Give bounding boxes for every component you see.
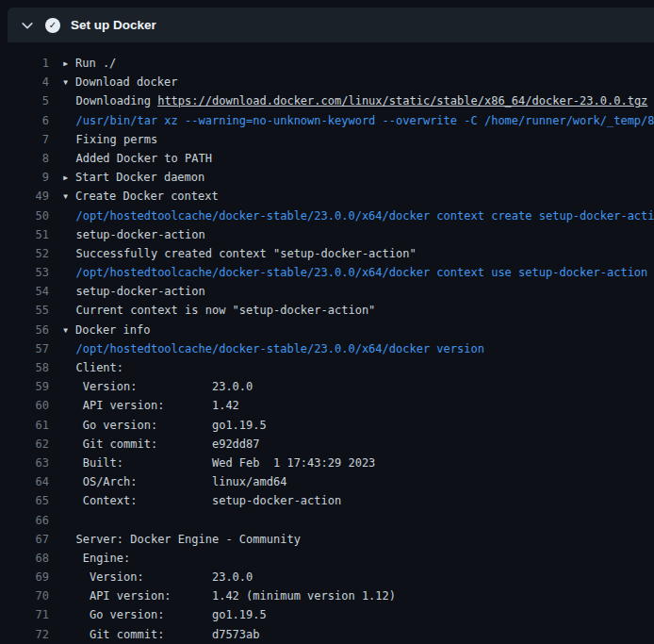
log-link[interactable]: https://download.docker.com/linux/static… <box>157 94 647 107</box>
step-header[interactable]: ✓ Set up Docker <box>8 8 654 42</box>
line-number[interactable]: 72 <box>0 625 49 644</box>
group-title-text: Docker info <box>75 323 150 337</box>
line-number[interactable]: 68 <box>0 549 49 568</box>
log-line: 72 Git commit: d7573ab <box>0 625 654 644</box>
log-text-value: Current context is now "setup-docker-act… <box>75 304 375 317</box>
line-number[interactable]: 55 <box>0 301 49 320</box>
group-expanded-icon[interactable]: ▾ <box>62 73 75 91</box>
log-text-value: Context: setup-docker-action <box>75 494 341 507</box>
group-title-text: Run ./ <box>75 57 116 70</box>
line-number[interactable]: 5 <box>0 91 49 110</box>
command-text-value: /opt/hostedtoolcache/docker-stable/23.0.… <box>75 209 654 223</box>
line-number[interactable]: 59 <box>0 377 49 396</box>
log-text: setup-docker-action <box>62 282 654 301</box>
log-text: Go version: go1.19.5 <box>62 416 654 435</box>
log-text-value: setup-docker-action <box>75 285 204 298</box>
log-text-value: API version: 1.42 <box>75 399 238 412</box>
log-container: 1▸Run ./4▾Download docker5 Downloading h… <box>0 42 654 644</box>
group-title-text: Download docker <box>75 75 177 89</box>
log-group-row[interactable]: 56▾Docker info <box>0 321 654 339</box>
line-number[interactable]: 65 <box>0 491 49 510</box>
log-line: 59 Version: 23.0.0 <box>0 377 654 396</box>
line-number[interactable]: 60 <box>0 396 49 415</box>
line-number[interactable]: 58 <box>0 358 49 377</box>
log-text-value: Git commit: d7573ab <box>75 628 259 641</box>
log-text-value: Fixing perms <box>75 133 157 146</box>
log-line: 65 Context: setup-docker-action <box>0 491 654 510</box>
log-text: Current context is now "setup-docker-act… <box>62 301 654 320</box>
line-number[interactable]: 9 <box>0 168 49 187</box>
log-text-value: setup-docker-action <box>75 228 204 241</box>
log-line: 66 <box>0 511 654 530</box>
line-number[interactable]: 69 <box>0 568 49 586</box>
log-line: 68 Engine: <box>0 549 654 568</box>
log-text: OS/Arch: linux/amd64 <box>62 472 654 491</box>
line-number[interactable]: 64 <box>0 472 49 491</box>
log-line: 53 /opt/hostedtoolcache/docker-stable/23… <box>0 263 654 282</box>
line-number[interactable]: 71 <box>0 605 49 624</box>
line-number[interactable]: 53 <box>0 263 49 282</box>
line-number[interactable]: 66 <box>0 511 49 530</box>
log-text <box>62 511 654 530</box>
log-group-row[interactable]: 1▸Run ./ <box>0 54 654 73</box>
log-text: Go version: go1.19.5 <box>62 605 654 624</box>
log-group-row[interactable]: 4▾Download docker <box>0 73 654 91</box>
command-text-value: /usr/bin/tar xz --warning=no-unknown-key… <box>75 114 654 127</box>
line-number[interactable]: 57 <box>0 339 49 358</box>
group-collapsed-icon[interactable]: ▸ <box>62 54 75 73</box>
line-number[interactable]: 1 <box>0 54 49 73</box>
log-text: Context: setup-docker-action <box>62 491 654 510</box>
line-number[interactable]: 67 <box>0 530 49 549</box>
log-text-value: Engine: <box>75 552 130 565</box>
log-group-row[interactable]: 49▾Create Docker context <box>0 187 654 206</box>
log-line: 64 OS/Arch: linux/amd64 <box>0 472 654 491</box>
group-title: ▾Download docker <box>62 73 654 91</box>
log-text: Engine: <box>62 549 654 568</box>
line-number[interactable]: 7 <box>0 130 49 149</box>
log-text: Git commit: e92dd87 <box>62 435 654 454</box>
line-number[interactable]: 63 <box>0 454 49 472</box>
log-text-value: Client: <box>75 361 123 374</box>
log-line: 57 /opt/hostedtoolcache/docker-stable/23… <box>0 339 654 358</box>
log-text-value: Successfully created context "setup-dock… <box>75 247 416 260</box>
line-number[interactable]: 8 <box>0 149 49 168</box>
command-text-value: /opt/hostedtoolcache/docker-stable/23.0.… <box>75 266 647 279</box>
log-text-value: Version: 23.0.0 <box>75 380 253 393</box>
line-number[interactable]: 61 <box>0 416 49 435</box>
log-line: 60 API version: 1.42 <box>0 396 654 415</box>
group-title-text: Start Docker daemon <box>75 171 204 184</box>
group-expanded-icon[interactable]: ▾ <box>62 187 75 206</box>
log-line: 63 Built: Wed Feb 1 17:43:29 2023 <box>0 454 654 472</box>
log-text: Downloading https://download.docker.com/… <box>62 91 654 110</box>
log-text-prefix: Downloading <box>75 94 157 107</box>
line-number[interactable]: 70 <box>0 586 49 605</box>
log-line: 71 Go version: go1.19.5 <box>0 605 654 624</box>
log-text-value: OS/Arch: linux/amd64 <box>75 475 286 488</box>
line-number[interactable]: 54 <box>0 282 49 301</box>
line-number[interactable]: 4 <box>0 73 49 91</box>
log-line: 8 Added Docker to PATH <box>0 149 654 168</box>
log-text: Fixing perms <box>62 130 654 149</box>
line-number[interactable]: 56 <box>0 321 49 339</box>
group-title: ▾Docker info <box>62 321 654 339</box>
line-number[interactable]: 6 <box>0 111 49 130</box>
line-number[interactable]: 51 <box>0 225 49 244</box>
log-text: API version: 1.42 (minimum version 1.12) <box>62 586 654 605</box>
log-text: Successfully created context "setup-dock… <box>62 244 654 263</box>
command-text: /opt/hostedtoolcache/docker-stable/23.0.… <box>62 263 654 282</box>
line-number[interactable]: 50 <box>0 206 49 225</box>
line-number[interactable]: 62 <box>0 435 49 454</box>
group-collapsed-icon[interactable]: ▸ <box>62 168 75 187</box>
line-number[interactable]: 52 <box>0 244 49 263</box>
chevron-down-icon[interactable] <box>20 18 35 33</box>
line-number[interactable]: 49 <box>0 187 49 206</box>
log-text-value: Added Docker to PATH <box>75 152 212 165</box>
log-group-row[interactable]: 9▸Start Docker daemon <box>0 168 654 187</box>
log-line: 55 Current context is now "setup-docker-… <box>0 301 654 320</box>
actions-log-viewer: ✓ Set up Docker 1▸Run ./4▾Download docke… <box>0 0 654 644</box>
log-text: Server: Docker Engine - Community <box>62 530 654 549</box>
command-text-value: /opt/hostedtoolcache/docker-stable/23.0.… <box>75 342 483 355</box>
group-expanded-icon[interactable]: ▾ <box>62 321 75 339</box>
command-text: /usr/bin/tar xz --warning=no-unknown-key… <box>62 111 654 130</box>
log-text-value: Version: 23.0.0 <box>75 570 253 584</box>
